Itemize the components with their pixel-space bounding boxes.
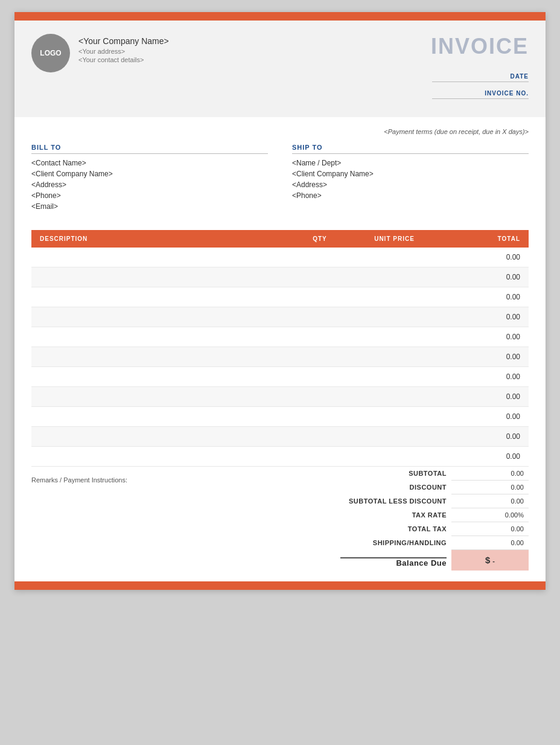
remarks-label: Remarks / Payment Instructions: xyxy=(31,476,127,484)
table-row: 0.00 xyxy=(31,387,529,407)
row-description xyxy=(31,248,290,267)
row-qty xyxy=(290,367,349,387)
logo-text: LOGO xyxy=(40,49,61,57)
row-description xyxy=(31,407,290,427)
row-total: 0.00 xyxy=(439,407,529,427)
row-total: 0.00 xyxy=(439,267,529,287)
balance-due-currency: $ xyxy=(485,555,490,565)
row-unit-price xyxy=(349,407,439,427)
row-qty xyxy=(290,427,349,447)
row-description xyxy=(31,387,290,407)
bill-to-label: BILL TO xyxy=(31,144,268,154)
ship-company-name: <Client Company Name> xyxy=(292,170,529,178)
table-row: 0.00 xyxy=(31,367,529,387)
company-info: LOGO <Your Company Name> <Your address> … xyxy=(31,34,169,72)
table-row: 0.00 xyxy=(31,307,529,327)
table-row: 0.00 xyxy=(31,347,529,367)
invoice-title: INVOICE xyxy=(396,34,529,59)
invoice-no-label: INVOICE NO. xyxy=(432,90,529,99)
row-qty xyxy=(290,267,349,287)
invoice-table: DESCRIPTION QTY UNIT PRICE TOTAL 0.00 0.… xyxy=(31,230,529,467)
tax-rate-label: TAX RATE xyxy=(336,508,451,522)
row-total: 0.00 xyxy=(439,287,529,307)
shipping-value: 0.00 xyxy=(451,536,529,550)
balance-due-label: Balance Due xyxy=(336,550,451,571)
tax-rate-row: TAX RATE 0.00% xyxy=(336,508,529,522)
row-total: 0.00 xyxy=(439,367,529,387)
tax-rate-value: 0.00% xyxy=(451,508,529,522)
bill-ship-row: BILL TO <Contact Name> <Client Company N… xyxy=(31,144,529,213)
company-contact: <Your contact details> xyxy=(78,56,169,63)
discount-label: DISCOUNT xyxy=(336,481,451,494)
table-header-row: DESCRIPTION QTY UNIT PRICE TOTAL xyxy=(31,230,529,248)
ship-name-dept: <Name / Dept> xyxy=(292,159,529,167)
bill-to-section: BILL TO <Contact Name> <Client Company N… xyxy=(31,144,268,213)
balance-due-amount: - xyxy=(492,557,495,564)
row-qty xyxy=(290,248,349,267)
ship-address: <Address> xyxy=(292,181,529,189)
company-text: <Your Company Name> <Your address> <Your… xyxy=(78,34,169,65)
row-qty xyxy=(290,407,349,427)
row-total: 0.00 xyxy=(439,427,529,447)
total-tax-value: 0.00 xyxy=(451,522,529,536)
row-total: 0.00 xyxy=(439,248,529,267)
subtotal-value: 0.00 xyxy=(451,467,529,481)
row-qty xyxy=(290,347,349,367)
bottom-accent-bar xyxy=(14,581,546,590)
row-unit-price xyxy=(349,267,439,287)
row-unit-price xyxy=(349,387,439,407)
row-unit-price xyxy=(349,307,439,327)
table-section: DESCRIPTION QTY UNIT PRICE TOTAL 0.00 0.… xyxy=(14,219,546,467)
subtotal-less-discount-label: SUBTOTAL LESS DISCOUNT xyxy=(336,494,451,508)
payment-terms: <Payment terms (due on receipt, due in X… xyxy=(31,128,529,135)
invoice-page: LOGO <Your Company Name> <Your address> … xyxy=(14,12,546,590)
table-row: 0.00 xyxy=(31,248,529,267)
summary-section: Remarks / Payment Instructions: SUBTOTAL… xyxy=(14,467,546,581)
row-unit-price xyxy=(349,367,439,387)
subtotal-label: SUBTOTAL xyxy=(336,467,451,481)
row-unit-price xyxy=(349,327,439,347)
top-accent-bar xyxy=(14,12,546,21)
date-field: DATE xyxy=(396,70,529,82)
row-total: 0.00 xyxy=(439,347,529,367)
ship-phone: <Phone> xyxy=(292,191,529,200)
row-description xyxy=(31,447,290,467)
subtotal-less-discount-value: 0.00 xyxy=(451,494,529,508)
content-section: <Payment terms (due on receipt, due in X… xyxy=(14,117,546,219)
bill-phone: <Phone> xyxy=(31,191,268,200)
balance-due-row: Balance Due $- xyxy=(336,550,529,571)
remarks-area: Remarks / Payment Instructions: xyxy=(31,467,336,485)
bill-address: <Address> xyxy=(31,181,268,189)
row-description xyxy=(31,427,290,447)
date-label: DATE xyxy=(432,73,529,82)
discount-row: DISCOUNT 0.00 xyxy=(336,481,529,494)
header-section: LOGO <Your Company Name> <Your address> … xyxy=(14,21,546,117)
row-description xyxy=(31,327,290,347)
balance-due-value: $- xyxy=(451,550,529,571)
ship-to-section: SHIP TO <Name / Dept> <Client Company Na… xyxy=(292,144,529,213)
row-total: 0.00 xyxy=(439,327,529,347)
table-row: 0.00 xyxy=(31,287,529,307)
bill-contact-name: <Contact Name> xyxy=(31,159,268,167)
row-qty xyxy=(290,387,349,407)
shipping-row: SHIPPING/HANDLING 0.00 xyxy=(336,536,529,550)
col-total: TOTAL xyxy=(439,230,529,248)
table-row: 0.00 xyxy=(31,267,529,287)
total-tax-row: TOTAL TAX 0.00 xyxy=(336,522,529,536)
row-unit-price xyxy=(349,447,439,467)
row-description xyxy=(31,367,290,387)
table-row: 0.00 xyxy=(31,427,529,447)
company-name: <Your Company Name> xyxy=(78,36,169,46)
row-description xyxy=(31,267,290,287)
totals-area: SUBTOTAL 0.00 DISCOUNT 0.00 SUBTOTAL LES… xyxy=(336,467,529,571)
col-description: DESCRIPTION xyxy=(31,230,290,248)
logo-circle: LOGO xyxy=(31,34,70,72)
row-qty xyxy=(290,307,349,327)
table-row: 0.00 xyxy=(31,407,529,427)
row-description xyxy=(31,307,290,327)
invoice-no-field: INVOICE NO. xyxy=(396,87,529,99)
row-unit-price xyxy=(349,248,439,267)
table-row: 0.00 xyxy=(31,447,529,467)
row-description xyxy=(31,287,290,307)
table-row: 0.00 xyxy=(31,327,529,347)
